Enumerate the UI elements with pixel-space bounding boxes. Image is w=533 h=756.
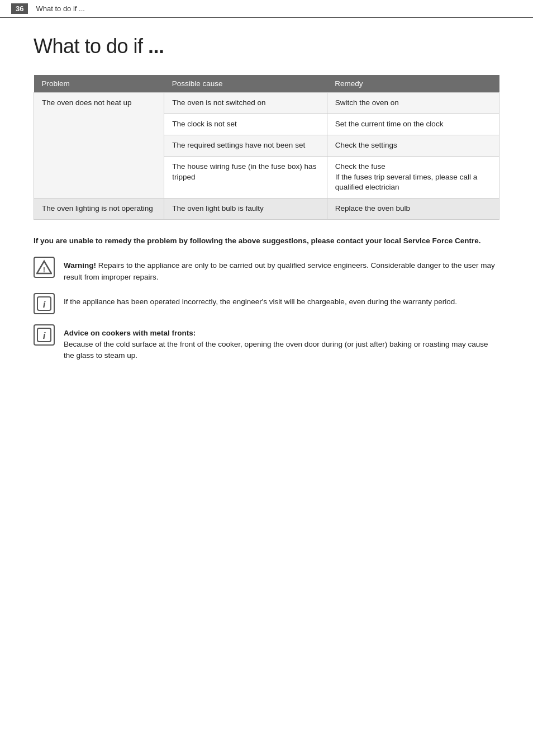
page-number: 36 bbox=[11, 3, 28, 14]
svg-text:i: i bbox=[43, 299, 46, 310]
cause-cell-1-3: The required settings have not been set bbox=[164, 135, 327, 156]
advice-title: Advice on cookers with metal fronts: bbox=[64, 329, 196, 337]
advice-body: Because of the cold surface at the front… bbox=[64, 340, 488, 360]
info-svg-2: i bbox=[36, 327, 52, 343]
info-text-1: If the appliance has been operated incor… bbox=[64, 293, 457, 308]
cause-cell-1-2: The clock is not set bbox=[164, 114, 327, 135]
problem-cell-1: The oven does not heat up bbox=[34, 93, 164, 199]
remedy-cell-1-1: Switch the oven on bbox=[327, 93, 499, 114]
remedy-cell-1-3: Check the settings bbox=[327, 135, 499, 156]
svg-text:i: i bbox=[43, 330, 46, 341]
cause-cell-2-1: The oven light bulb is faulty bbox=[164, 199, 327, 220]
triangle-warning-svg: ! bbox=[36, 259, 52, 275]
info-row-2: i Advice on cookers with metal fronts: B… bbox=[34, 324, 499, 362]
problem-cell-2: The oven lighting is not operating bbox=[34, 199, 164, 220]
col-header-cause: Possible cause bbox=[164, 75, 327, 93]
page-header-title: What to do if ... bbox=[36, 4, 84, 13]
page-title: What to do if ... bbox=[34, 35, 499, 58]
troubleshoot-table: Problem Possible cause Remedy The oven d… bbox=[34, 75, 499, 220]
remedy-cell-1-2: Set the current time on the clock bbox=[327, 114, 499, 135]
contact-note: If you are unable to remedy the problem … bbox=[34, 235, 499, 247]
col-header-problem: Problem bbox=[34, 75, 164, 93]
table-row: The oven lighting is not operating The o… bbox=[34, 199, 499, 220]
cause-cell-1-1: The oven is not switched on bbox=[164, 93, 327, 114]
info-row-1: i If the appliance has been operated inc… bbox=[34, 293, 499, 314]
page-header: 36 What to do if ... bbox=[0, 0, 533, 18]
warning-label: Warning! bbox=[64, 261, 96, 270]
info-icon-1: i bbox=[34, 293, 55, 314]
cause-cell-1-4: The house wiring fuse (in the fuse box) … bbox=[164, 156, 327, 199]
info-svg-1: i bbox=[36, 296, 52, 311]
svg-text:!: ! bbox=[43, 266, 45, 274]
warning-icon: ! bbox=[34, 257, 55, 278]
remedy-cell-2-1: Replace the oven bulb bbox=[327, 199, 499, 220]
page-content: What to do if ... Problem Possible cause… bbox=[0, 18, 533, 394]
col-header-remedy: Remedy bbox=[327, 75, 499, 93]
table-row: The oven does not heat up The oven is no… bbox=[34, 93, 499, 114]
warning-row: ! Warning! Repairs to the appliance are … bbox=[34, 257, 499, 283]
warning-text: Warning! Repairs to the appliance are on… bbox=[64, 257, 499, 283]
remedy-cell-1-4: Check the fuseIf the fuses trip several … bbox=[327, 156, 499, 199]
advice-text: Advice on cookers with metal fronts: Bec… bbox=[64, 324, 499, 362]
info-icon-2: i bbox=[34, 324, 55, 346]
